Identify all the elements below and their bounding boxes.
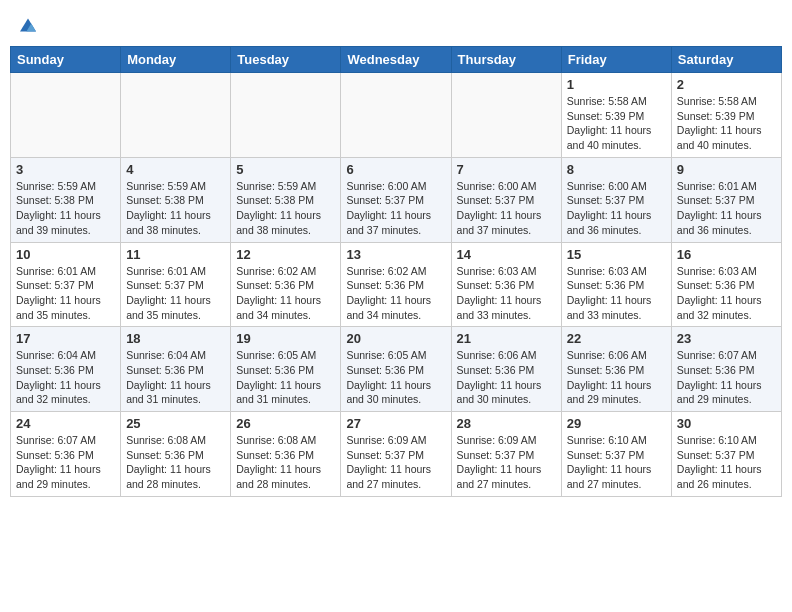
day-info: Sunrise: 6:03 AMSunset: 5:36 PMDaylight:… <box>457 264 556 323</box>
calendar-cell: 18Sunrise: 6:04 AMSunset: 5:36 PMDayligh… <box>121 327 231 412</box>
day-header-monday: Monday <box>121 47 231 73</box>
calendar-cell: 28Sunrise: 6:09 AMSunset: 5:37 PMDayligh… <box>451 412 561 497</box>
day-info: Sunrise: 5:58 AMSunset: 5:39 PMDaylight:… <box>677 94 776 153</box>
calendar-week-4: 17Sunrise: 6:04 AMSunset: 5:36 PMDayligh… <box>11 327 782 412</box>
calendar-cell: 30Sunrise: 6:10 AMSunset: 5:37 PMDayligh… <box>671 412 781 497</box>
calendar-cell: 4Sunrise: 5:59 AMSunset: 5:38 PMDaylight… <box>121 157 231 242</box>
calendar-week-1: 1Sunrise: 5:58 AMSunset: 5:39 PMDaylight… <box>11 73 782 158</box>
day-number: 12 <box>236 247 335 262</box>
day-info: Sunrise: 6:01 AMSunset: 5:37 PMDaylight:… <box>126 264 225 323</box>
calendar-cell <box>11 73 121 158</box>
day-number: 20 <box>346 331 445 346</box>
day-info: Sunrise: 6:01 AMSunset: 5:37 PMDaylight:… <box>16 264 115 323</box>
calendar-cell: 17Sunrise: 6:04 AMSunset: 5:36 PMDayligh… <box>11 327 121 412</box>
day-info: Sunrise: 6:09 AMSunset: 5:37 PMDaylight:… <box>457 433 556 492</box>
day-info: Sunrise: 6:04 AMSunset: 5:36 PMDaylight:… <box>16 348 115 407</box>
day-number: 16 <box>677 247 776 262</box>
calendar-cell: 23Sunrise: 6:07 AMSunset: 5:36 PMDayligh… <box>671 327 781 412</box>
calendar-cell <box>341 73 451 158</box>
calendar-cell: 26Sunrise: 6:08 AMSunset: 5:36 PMDayligh… <box>231 412 341 497</box>
day-info: Sunrise: 6:00 AMSunset: 5:37 PMDaylight:… <box>567 179 666 238</box>
day-info: Sunrise: 6:01 AMSunset: 5:37 PMDaylight:… <box>677 179 776 238</box>
day-number: 28 <box>457 416 556 431</box>
day-info: Sunrise: 6:00 AMSunset: 5:37 PMDaylight:… <box>346 179 445 238</box>
day-info: Sunrise: 6:10 AMSunset: 5:37 PMDaylight:… <box>677 433 776 492</box>
logo <box>18 15 36 33</box>
calendar-cell: 16Sunrise: 6:03 AMSunset: 5:36 PMDayligh… <box>671 242 781 327</box>
day-info: Sunrise: 6:06 AMSunset: 5:36 PMDaylight:… <box>457 348 556 407</box>
day-info: Sunrise: 6:03 AMSunset: 5:36 PMDaylight:… <box>567 264 666 323</box>
day-number: 10 <box>16 247 115 262</box>
day-header-friday: Friday <box>561 47 671 73</box>
calendar-cell: 8Sunrise: 6:00 AMSunset: 5:37 PMDaylight… <box>561 157 671 242</box>
day-header-saturday: Saturday <box>671 47 781 73</box>
day-info: Sunrise: 6:08 AMSunset: 5:36 PMDaylight:… <box>126 433 225 492</box>
day-info: Sunrise: 6:09 AMSunset: 5:37 PMDaylight:… <box>346 433 445 492</box>
day-number: 30 <box>677 416 776 431</box>
day-info: Sunrise: 6:08 AMSunset: 5:36 PMDaylight:… <box>236 433 335 492</box>
day-number: 21 <box>457 331 556 346</box>
calendar-table: SundayMondayTuesdayWednesdayThursdayFrid… <box>10 46 782 497</box>
day-header-wednesday: Wednesday <box>341 47 451 73</box>
calendar-week-5: 24Sunrise: 6:07 AMSunset: 5:36 PMDayligh… <box>11 412 782 497</box>
day-number: 6 <box>346 162 445 177</box>
calendar-cell: 25Sunrise: 6:08 AMSunset: 5:36 PMDayligh… <box>121 412 231 497</box>
calendar-cell: 15Sunrise: 6:03 AMSunset: 5:36 PMDayligh… <box>561 242 671 327</box>
day-number: 26 <box>236 416 335 431</box>
day-number: 5 <box>236 162 335 177</box>
day-number: 4 <box>126 162 225 177</box>
day-info: Sunrise: 5:59 AMSunset: 5:38 PMDaylight:… <box>126 179 225 238</box>
day-info: Sunrise: 6:00 AMSunset: 5:37 PMDaylight:… <box>457 179 556 238</box>
calendar-week-2: 3Sunrise: 5:59 AMSunset: 5:38 PMDaylight… <box>11 157 782 242</box>
calendar-cell <box>231 73 341 158</box>
day-info: Sunrise: 6:04 AMSunset: 5:36 PMDaylight:… <box>126 348 225 407</box>
day-info: Sunrise: 6:03 AMSunset: 5:36 PMDaylight:… <box>677 264 776 323</box>
day-header-sunday: Sunday <box>11 47 121 73</box>
calendar-cell: 3Sunrise: 5:59 AMSunset: 5:38 PMDaylight… <box>11 157 121 242</box>
logo-icon <box>20 18 36 32</box>
calendar-cell: 10Sunrise: 6:01 AMSunset: 5:37 PMDayligh… <box>11 242 121 327</box>
calendar-cell: 11Sunrise: 6:01 AMSunset: 5:37 PMDayligh… <box>121 242 231 327</box>
day-number: 24 <box>16 416 115 431</box>
day-info: Sunrise: 6:02 AMSunset: 5:36 PMDaylight:… <box>236 264 335 323</box>
calendar-cell: 7Sunrise: 6:00 AMSunset: 5:37 PMDaylight… <box>451 157 561 242</box>
calendar-cell: 24Sunrise: 6:07 AMSunset: 5:36 PMDayligh… <box>11 412 121 497</box>
calendar-cell: 5Sunrise: 5:59 AMSunset: 5:38 PMDaylight… <box>231 157 341 242</box>
calendar-cell: 20Sunrise: 6:05 AMSunset: 5:36 PMDayligh… <box>341 327 451 412</box>
day-number: 1 <box>567 77 666 92</box>
day-number: 29 <box>567 416 666 431</box>
day-number: 27 <box>346 416 445 431</box>
day-header-thursday: Thursday <box>451 47 561 73</box>
day-number: 3 <box>16 162 115 177</box>
calendar-cell: 12Sunrise: 6:02 AMSunset: 5:36 PMDayligh… <box>231 242 341 327</box>
calendar-cell: 9Sunrise: 6:01 AMSunset: 5:37 PMDaylight… <box>671 157 781 242</box>
day-number: 15 <box>567 247 666 262</box>
calendar-cell: 6Sunrise: 6:00 AMSunset: 5:37 PMDaylight… <box>341 157 451 242</box>
calendar-cell: 29Sunrise: 6:10 AMSunset: 5:37 PMDayligh… <box>561 412 671 497</box>
day-info: Sunrise: 5:59 AMSunset: 5:38 PMDaylight:… <box>16 179 115 238</box>
day-number: 18 <box>126 331 225 346</box>
day-info: Sunrise: 6:05 AMSunset: 5:36 PMDaylight:… <box>346 348 445 407</box>
day-number: 8 <box>567 162 666 177</box>
day-number: 9 <box>677 162 776 177</box>
day-number: 14 <box>457 247 556 262</box>
day-number: 23 <box>677 331 776 346</box>
calendar-cell: 22Sunrise: 6:06 AMSunset: 5:36 PMDayligh… <box>561 327 671 412</box>
day-header-tuesday: Tuesday <box>231 47 341 73</box>
calendar-cell <box>451 73 561 158</box>
day-info: Sunrise: 5:58 AMSunset: 5:39 PMDaylight:… <box>567 94 666 153</box>
day-number: 11 <box>126 247 225 262</box>
day-info: Sunrise: 6:07 AMSunset: 5:36 PMDaylight:… <box>677 348 776 407</box>
day-info: Sunrise: 5:59 AMSunset: 5:38 PMDaylight:… <box>236 179 335 238</box>
calendar-cell: 13Sunrise: 6:02 AMSunset: 5:36 PMDayligh… <box>341 242 451 327</box>
calendar-header-row: SundayMondayTuesdayWednesdayThursdayFrid… <box>11 47 782 73</box>
day-info: Sunrise: 6:10 AMSunset: 5:37 PMDaylight:… <box>567 433 666 492</box>
calendar-cell: 27Sunrise: 6:09 AMSunset: 5:37 PMDayligh… <box>341 412 451 497</box>
day-number: 22 <box>567 331 666 346</box>
calendar-cell: 21Sunrise: 6:06 AMSunset: 5:36 PMDayligh… <box>451 327 561 412</box>
day-info: Sunrise: 6:06 AMSunset: 5:36 PMDaylight:… <box>567 348 666 407</box>
page-header <box>10 10 782 38</box>
calendar-cell: 14Sunrise: 6:03 AMSunset: 5:36 PMDayligh… <box>451 242 561 327</box>
day-number: 2 <box>677 77 776 92</box>
calendar-cell: 1Sunrise: 5:58 AMSunset: 5:39 PMDaylight… <box>561 73 671 158</box>
